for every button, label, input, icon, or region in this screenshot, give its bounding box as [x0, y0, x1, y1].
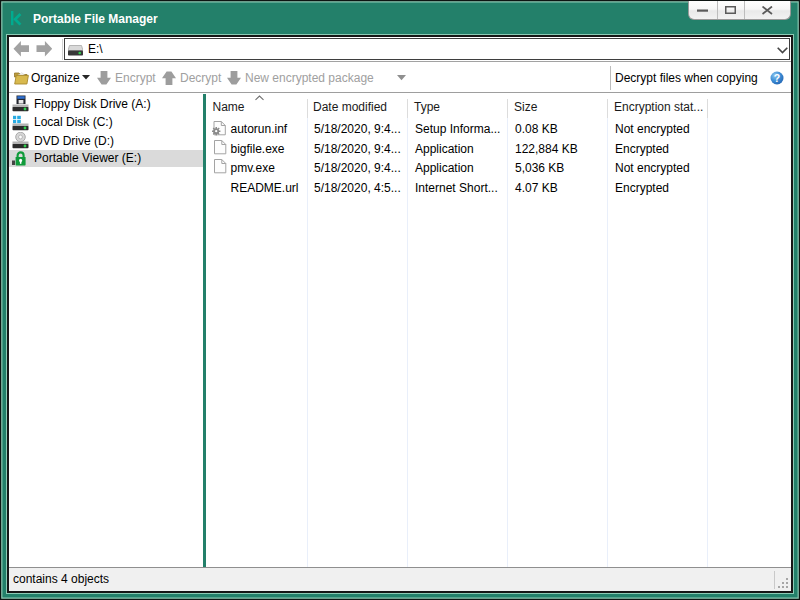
svg-text:?: ?	[774, 72, 780, 84]
